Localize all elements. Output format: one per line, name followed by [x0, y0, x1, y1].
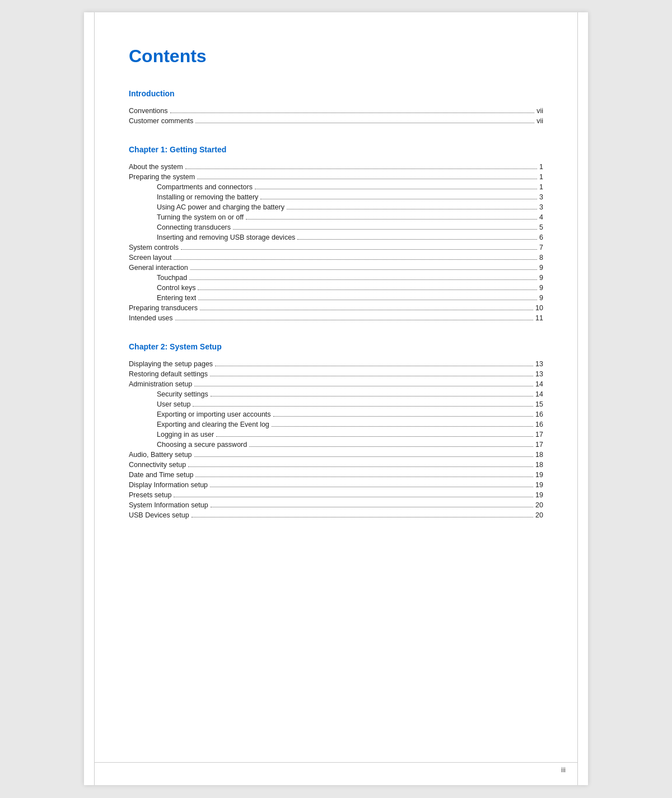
entry-dots: [246, 219, 537, 220]
entry-dots: [272, 426, 533, 427]
entry-text: Preparing the system: [129, 173, 195, 181]
entry-dots: [297, 239, 537, 240]
entry-dots: [192, 517, 533, 517]
entry-text: Preparing transducers: [129, 304, 198, 312]
entry-dots: [174, 497, 533, 497]
entry-page: 19: [535, 471, 543, 479]
entry-page: 20: [535, 501, 543, 509]
entry-dots: [193, 406, 533, 407]
toc-entry: Displaying the setup pages13: [129, 360, 543, 368]
entry-text: Display Information setup: [129, 481, 208, 489]
toc-entry: System controls7: [129, 244, 543, 251]
entry-dots: [198, 300, 537, 300]
entry-text: About the system: [129, 163, 183, 171]
entry-page: 16: [535, 410, 543, 418]
entry-dots: [194, 456, 534, 457]
entry-text: Using AC power and charging the battery: [157, 203, 284, 211]
entry-dots: [200, 310, 533, 310]
entry-text: Customer comments: [129, 117, 193, 125]
entry-text: Administration setup: [129, 380, 192, 388]
toc-entry: Choosing a secure password17: [129, 441, 543, 449]
toc-entry: Screen layout8: [129, 254, 543, 262]
entry-page: 3: [539, 193, 543, 201]
entry-dots: [194, 386, 533, 386]
entry-dots: [215, 366, 533, 366]
entry-dots: [210, 487, 533, 487]
entry-page: 16: [535, 421, 543, 428]
entry-text: Control keys: [157, 284, 195, 292]
entry-text: Compartments and connectors: [157, 183, 253, 191]
entry-dots: [273, 416, 534, 417]
entry-dots: [189, 279, 537, 280]
entry-text: Installing or removing the battery: [157, 193, 258, 201]
entry-page: 13: [535, 370, 543, 378]
entry-page: 9: [539, 264, 543, 272]
entry-dots: [211, 396, 533, 396]
toc-entry: Exporting and clearing the Event log16: [129, 421, 543, 428]
entry-page: 8: [539, 254, 543, 262]
entry-page: 9: [539, 284, 543, 292]
entry-page: 6: [539, 234, 543, 241]
entry-dots: [249, 446, 533, 447]
entry-text: Screen layout: [129, 254, 171, 262]
entry-page: 18: [535, 461, 543, 469]
entry-dots: [188, 466, 533, 467]
entry-dots: [190, 269, 537, 270]
entry-dots: [170, 113, 535, 113]
entry-text: Conventions: [129, 107, 168, 115]
entry-text: User setup: [157, 400, 190, 408]
toc-section-2: Chapter 2: System SetupDisplaying the se…: [129, 342, 543, 519]
toc-entry: USB Devices setup20: [129, 511, 543, 519]
entry-text: USB Devices setup: [129, 511, 189, 519]
toc-entry: Security settings14: [129, 390, 543, 398]
toc-entry: Display Information setup19: [129, 481, 543, 489]
entry-page: 7: [539, 244, 543, 251]
entry-page: 19: [535, 481, 543, 489]
entry-text: General interaction: [129, 264, 188, 272]
toc-entry: Customer commentsvii: [129, 117, 543, 125]
entry-dots: [195, 477, 533, 477]
entry-page: 4: [539, 213, 543, 221]
toc-entry: System Information setup20: [129, 501, 543, 509]
toc-entry: Installing or removing the battery3: [129, 193, 543, 201]
entry-page: vii: [536, 117, 543, 125]
entry-page: 1: [539, 163, 543, 171]
toc-entry: Inserting and removing USB storage devic…: [129, 234, 543, 241]
entry-text: Intended uses: [129, 314, 173, 322]
toc-entry: Control keys9: [129, 284, 543, 292]
entry-page: 20: [535, 511, 543, 519]
entry-text: Connecting transducers: [157, 223, 231, 231]
toc-entry: Preparing transducers10: [129, 304, 543, 312]
toc-entry: Restoring default settings13: [129, 370, 543, 378]
entry-text: Date and Time setup: [129, 471, 193, 479]
entry-dots: [287, 209, 537, 209]
entry-text: Exporting or importing user accounts: [157, 410, 271, 418]
entry-dots: [185, 169, 537, 169]
entry-text: Turning the system on or off: [157, 213, 244, 221]
entry-dots: [175, 320, 534, 320]
entry-page: 17: [535, 431, 543, 438]
toc-entry: Administration setup14: [129, 380, 543, 388]
toc-entry: Date and Time setup19: [129, 471, 543, 479]
section-heading-2: Chapter 2: System Setup: [129, 342, 543, 351]
toc-entry: General interaction9: [129, 264, 543, 272]
toc-entry: Compartments and connectors1: [129, 183, 543, 191]
entry-page: vii: [536, 107, 543, 115]
page-container: Contents IntroductionConventionsviiCusto…: [84, 12, 588, 785]
page-title: Contents: [129, 46, 543, 67]
page-number: iii: [561, 766, 566, 774]
entry-dots: [198, 290, 537, 290]
entry-text: Exporting and clearing the Event log: [157, 421, 269, 428]
entry-page: 5: [539, 223, 543, 231]
toc-entry: Entering text9: [129, 294, 543, 302]
entry-dots: [210, 376, 533, 376]
entry-text: System Information setup: [129, 501, 208, 509]
toc-section-1: Chapter 1: Getting StartedAbout the syst…: [129, 145, 543, 322]
toc-entry: Connectivity setup18: [129, 461, 543, 469]
entry-page: 14: [535, 380, 543, 388]
entry-text: Inserting and removing USB storage devic…: [157, 234, 295, 241]
entry-dots: [174, 259, 537, 260]
entry-page: 17: [535, 441, 543, 449]
entry-text: Audio, Battery setup: [129, 451, 192, 459]
toc-entry: Preparing the system1: [129, 173, 543, 181]
